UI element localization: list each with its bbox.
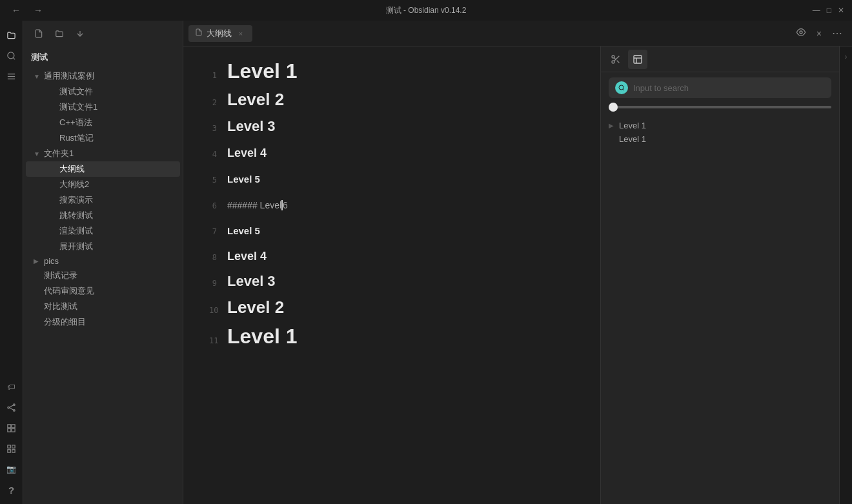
- sidebar-file-item[interactable]: 测试文件: [26, 84, 180, 99]
- close-button[interactable]: ✕: [838, 6, 844, 15]
- ribbon-search[interactable]: [3, 46, 21, 65]
- ribbon-folder[interactable]: [3, 26, 21, 44]
- tab-outline[interactable]: 大纲线 ×: [188, 25, 252, 42]
- collapse-right-button[interactable]: ›: [841, 52, 851, 62]
- line-content[interactable]: Level 4: [227, 146, 267, 160]
- sidebar-file-item[interactable]: 搜索演示: [26, 192, 180, 208]
- tree-item-label: 通用测试案例: [44, 70, 94, 82]
- tab-file-icon: [195, 28, 203, 38]
- sidebar-file-item[interactable]: 渲染测试: [26, 223, 180, 239]
- sidebar-file-item[interactable]: C++语法: [26, 115, 180, 130]
- reading-view-button[interactable]: [792, 25, 810, 41]
- line-content[interactable]: Level 1: [227, 325, 298, 348]
- svg-rect-14: [12, 445, 15, 447]
- titlebar-nav: ← →: [8, 4, 46, 17]
- line-number: 10: [209, 299, 227, 322]
- sidebar-file-item[interactable]: 测试记录: [26, 268, 180, 283]
- sidebar-folder-item[interactable]: ▶pics: [26, 254, 180, 268]
- ribbon-grid[interactable]: [3, 439, 21, 458]
- line-content[interactable]: Level 2: [227, 297, 284, 318]
- svg-rect-12: [12, 428, 15, 432]
- main-layout: 🏷 📷 ?: [0, 21, 852, 504]
- outline-item-level1-2[interactable]: ▶ Level 1: [601, 132, 839, 146]
- editor[interactable]: 1Level 12Level 23Level 34Level 45Level 5…: [183, 46, 600, 504]
- more-options-button[interactable]: ⋯: [828, 25, 847, 41]
- sidebar-file-item[interactable]: 大纲线2: [26, 177, 180, 192]
- sidebar-file-item[interactable]: 代码审阅意见: [26, 283, 180, 299]
- sidebar-folder-item[interactable]: ▼通用测试案例: [26, 68, 180, 84]
- ribbon-camera[interactable]: 📷: [3, 460, 21, 478]
- outline-search-icon: [615, 81, 628, 94]
- new-folder-button[interactable]: [52, 26, 67, 41]
- sidebar-file-item[interactable]: 跳转测试: [26, 208, 180, 223]
- folder-arrow-icon: ▼: [34, 73, 44, 80]
- sidebar-folder-item[interactable]: ▼文件夹1: [26, 146, 180, 161]
- line-content[interactable]: Level 1: [227, 59, 298, 83]
- sidebar-file-item[interactable]: 分级的细目: [26, 314, 180, 330]
- ribbon-plugins[interactable]: [3, 419, 21, 437]
- tree-item-label: Rust笔记: [59, 132, 94, 144]
- svg-rect-9: [8, 424, 11, 427]
- editor-line: 10Level 2: [209, 297, 574, 322]
- sort-button[interactable]: [72, 26, 88, 41]
- line-content[interactable]: Level 5: [227, 225, 260, 236]
- window-title: 测试 - Obsidian v0.14.2: [386, 5, 467, 16]
- line-content[interactable]: Level 3: [227, 273, 276, 290]
- tree-item-label: 测试文件: [59, 86, 93, 97]
- scissors-button[interactable]: [606, 50, 625, 69]
- tab-close-all-button[interactable]: ×: [813, 25, 826, 41]
- layout-button[interactable]: [628, 50, 647, 69]
- svg-line-8: [9, 407, 13, 410]
- right-panel: ▶ Level 1 ▶ Level 1: [600, 46, 839, 504]
- svg-rect-16: [12, 449, 15, 452]
- svg-rect-24: [634, 55, 642, 63]
- search-input[interactable]: [633, 83, 825, 93]
- slider-track[interactable]: [609, 106, 831, 108]
- right-panel-header: [601, 46, 839, 72]
- tab-actions: × ⋯: [792, 25, 847, 41]
- line-content[interactable]: Level 5: [227, 174, 260, 185]
- restore-button[interactable]: □: [827, 6, 831, 15]
- editor-line: 7Level 5: [209, 220, 574, 243]
- slider-thumb[interactable]: [609, 103, 618, 112]
- editor-line: 1Level 1: [209, 59, 574, 87]
- svg-point-20: [612, 61, 614, 63]
- new-file-button[interactable]: [31, 26, 46, 41]
- tree-item-label: 渲染测试: [59, 225, 93, 237]
- tab-close-button[interactable]: ×: [236, 28, 246, 39]
- ribbon-tags[interactable]: 🏷: [3, 378, 21, 396]
- forward-button[interactable]: →: [30, 4, 46, 17]
- svg-point-6: [14, 409, 15, 411]
- line-content[interactable]: Level 3: [227, 118, 276, 135]
- svg-line-7: [9, 405, 13, 407]
- editor-line: 4Level 4: [209, 143, 574, 166]
- sidebar-file-item[interactable]: 大纲线: [26, 161, 180, 177]
- tree-item-label: 大纲线2: [59, 179, 89, 190]
- sidebar-file-item[interactable]: 对比测试: [26, 299, 180, 314]
- outline-item-level1-1[interactable]: ▶ Level 1: [601, 119, 839, 132]
- sidebar-file-item[interactable]: Rust笔记: [26, 130, 180, 146]
- tree-item-label: 代码审阅意见: [44, 285, 94, 297]
- folder-arrow-icon: ▼: [34, 150, 44, 157]
- tree-item-label: 测试文件1: [59, 101, 97, 113]
- sidebar-tree: ▼通用测试案例测试文件测试文件1C++语法Rust笔记▼文件夹1大纲线大纲线2搜…: [23, 66, 183, 504]
- tree-item-label: 测试记录: [44, 270, 77, 281]
- search-box: [609, 77, 831, 98]
- sidebar-file-item[interactable]: 展开测试: [26, 239, 180, 254]
- ribbon-list[interactable]: [3, 67, 21, 85]
- svg-line-23: [614, 57, 616, 59]
- tree-item-label: 跳转测试: [59, 210, 93, 221]
- svg-point-27: [619, 85, 624, 90]
- ribbon-help[interactable]: ?: [3, 481, 21, 499]
- tree-item-label: 对比测试: [44, 301, 77, 312]
- editor-line: 3Level 3: [209, 117, 574, 140]
- sidebar-file-item[interactable]: 测试文件1: [26, 99, 180, 115]
- minimize-button[interactable]: —: [813, 6, 820, 15]
- line-content[interactable]: ###### Level6: [227, 200, 288, 210]
- ribbon-graph[interactable]: [3, 398, 21, 416]
- folder-arrow-icon: ▶: [34, 257, 44, 265]
- line-content[interactable]: Level 4: [227, 250, 267, 263]
- tree-item-label: C++语法: [59, 117, 92, 128]
- back-button[interactable]: ←: [8, 4, 25, 17]
- line-content[interactable]: Level 2: [227, 90, 284, 110]
